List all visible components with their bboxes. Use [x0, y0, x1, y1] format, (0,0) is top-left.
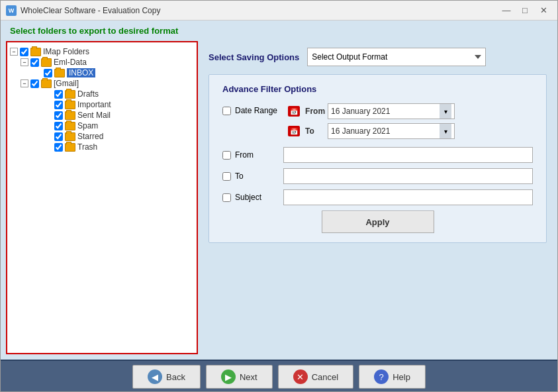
next-button[interactable]: ▶ Next	[206, 365, 273, 389]
tree-label: IMap Folders	[43, 47, 89, 56]
date-range-label: Date Range	[235, 106, 277, 115]
list-item: Sent Mail	[42, 110, 194, 121]
tree-checkbox[interactable]	[54, 143, 63, 152]
list-item: Starred	[42, 131, 194, 142]
advance-filter-section: Advance Filter Options Date Range From	[209, 74, 547, 243]
titlebar-left: W WholeClear Software - Evaluation Copy	[6, 5, 160, 16]
list-item: Spam	[42, 121, 194, 131]
content-area: − IMap Folders − Eml-Data INBOX	[1, 38, 557, 360]
from-date-label: From	[305, 107, 322, 116]
minimize-button[interactable]: —	[498, 3, 515, 18]
date-range-checkbox-label[interactable]: Date Range	[222, 106, 277, 115]
back-icon: ◀	[148, 369, 162, 384]
to-filter-input[interactable]	[283, 168, 533, 184]
to-filter-label[interactable]: To	[222, 172, 275, 181]
to-date-value: 16 January 2021	[331, 126, 437, 136]
tree-checkbox[interactable]	[44, 69, 52, 77]
folder-icon	[65, 122, 75, 130]
maximize-button[interactable]: □	[516, 3, 534, 18]
folder-icon	[65, 111, 75, 120]
tree-label[interactable]: INBOX	[67, 68, 95, 77]
subject-filter-input[interactable]	[283, 189, 533, 205]
to-date-label: To	[305, 126, 322, 136]
folder-icon	[30, 48, 41, 56]
apply-button[interactable]: Apply	[322, 211, 434, 233]
tree-toggle[interactable]: −	[21, 58, 28, 66]
subject-filter-checkbox[interactable]	[222, 193, 231, 202]
to-date-dropdown-button[interactable]: ▾	[440, 124, 451, 138]
to-date-input-box[interactable]: 16 January 2021 ▾	[328, 123, 455, 139]
folder-icon	[65, 132, 75, 141]
calendar-from-icon	[288, 106, 300, 117]
tree-label: Drafts	[77, 89, 99, 99]
tree-checkbox[interactable]	[54, 111, 63, 120]
from-date-dropdown-button[interactable]: ▾	[440, 104, 451, 119]
folder-icon	[41, 58, 52, 67]
cancel-icon: ✕	[293, 369, 308, 384]
titlebar-title: WholeClear Software - Evaluation Copy	[21, 6, 160, 15]
advance-filter-title: Advance Filter Options	[222, 84, 533, 94]
from-filter-input[interactable]	[283, 147, 533, 163]
date-range-row: Date Range From 16 January 2021 ▾	[222, 103, 533, 139]
tree-checkbox[interactable]	[54, 122, 63, 130]
from-date-input-box[interactable]: 16 January 2021 ▾	[328, 103, 455, 119]
tree-toggle[interactable]: −	[21, 79, 28, 87]
apply-btn-row: Apply	[222, 211, 533, 233]
help-label: Help	[393, 372, 410, 382]
app-icon: W	[6, 5, 17, 16]
tree-label: Important	[77, 100, 111, 109]
list-item: − [Gmail]	[21, 78, 194, 89]
tree-label: Starred	[77, 132, 103, 141]
tree-label: Eml-Data	[54, 58, 87, 67]
list-item: Important	[42, 99, 194, 110]
folder-icon	[41, 79, 52, 88]
date-range-checkbox[interactable]	[222, 107, 231, 115]
tree-label: Sent Mail	[77, 111, 111, 120]
from-filter-checkbox[interactable]	[222, 151, 231, 160]
help-icon: ?	[374, 369, 389, 384]
saving-options-row: Select Saving Options Select Output Form…	[209, 48, 547, 66]
tree-checkbox[interactable]	[30, 79, 39, 88]
to-date-row: To 16 January 2021 ▾	[288, 123, 455, 139]
from-filter-label[interactable]: From	[222, 150, 275, 160]
calendar-to-icon	[288, 126, 300, 136]
instruction-text: Select folders to export to desired form…	[1, 21, 557, 38]
folder-icon	[54, 69, 65, 77]
titlebar: W WholeClear Software - Evaluation Copy …	[1, 1, 557, 21]
list-item: − Eml-Data	[21, 57, 194, 68]
back-label: Back	[166, 372, 185, 382]
subject-filter-row: Subject	[222, 189, 533, 205]
next-icon: ▶	[221, 369, 236, 384]
tree-checkbox[interactable]	[54, 90, 63, 99]
tree-label: Trash	[77, 142, 97, 152]
list-item: Trash	[42, 142, 194, 152]
bottom-nav-bar: ◀ Back ▶ Next ✕ Cancel ? Help	[1, 360, 557, 392]
help-button[interactable]: ? Help	[359, 365, 426, 389]
cancel-button[interactable]: ✕ Cancel	[278, 365, 353, 389]
folder-tree-panel: − IMap Folders − Eml-Data INBOX	[6, 41, 198, 354]
tree-checkbox[interactable]	[30, 58, 39, 67]
close-button[interactable]: ✕	[535, 3, 552, 18]
from-filter-row: From	[222, 147, 533, 163]
tree-checkbox[interactable]	[20, 48, 28, 56]
tree-toggle[interactable]: −	[10, 48, 18, 56]
main-container: Select folders to export to desired form…	[1, 21, 557, 392]
tree-checkbox[interactable]	[54, 132, 63, 141]
tree-checkbox[interactable]	[54, 101, 63, 109]
back-button[interactable]: ◀ Back	[132, 365, 201, 389]
subject-filter-text: Subject	[235, 193, 261, 202]
folder-icon	[65, 143, 75, 152]
to-filter-row: To	[222, 168, 533, 184]
right-panel: Select Saving Options Select Output Form…	[203, 38, 557, 360]
saving-options-label: Select Saving Options	[209, 52, 299, 62]
from-filter-text: From	[235, 150, 254, 160]
cancel-label: Cancel	[312, 372, 338, 382]
from-date-row: From 16 January 2021 ▾	[288, 103, 455, 119]
subject-filter-label[interactable]: Subject	[222, 193, 275, 202]
next-label: Next	[240, 372, 257, 382]
list-item: INBOX	[31, 68, 194, 78]
output-format-select[interactable]: Select Output Format PDF PST MBOX EML MS…	[307, 48, 486, 66]
to-filter-checkbox[interactable]	[222, 172, 231, 181]
from-date-value: 16 January 2021	[331, 107, 437, 116]
folder-icon	[65, 90, 75, 99]
